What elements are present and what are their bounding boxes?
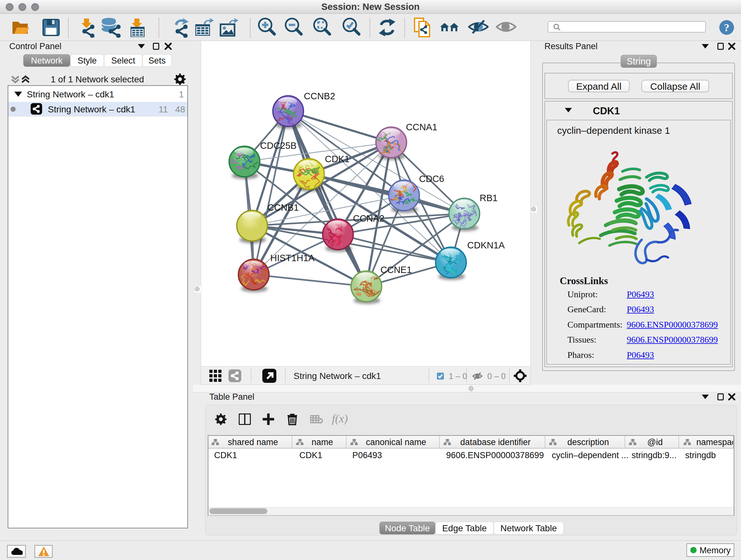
svg-text:CCNB1: CCNB1 bbox=[267, 202, 299, 212]
svg-text:CDC25B: CDC25B bbox=[260, 140, 296, 151]
svg-text:CCNA2: CCNA2 bbox=[353, 213, 384, 224]
svg-text:CDKN1A: CDKN1A bbox=[467, 240, 505, 250]
svg-text:CCNB2: CCNB2 bbox=[304, 91, 335, 101]
svg-text:HIST1H1A: HIST1H1A bbox=[270, 253, 315, 263]
svg-text:CCNE1: CCNE1 bbox=[381, 265, 412, 275]
svg-text:RB1: RB1 bbox=[480, 193, 497, 203]
svg-text:?: ? bbox=[724, 22, 730, 34]
svg-text:CCNA1: CCNA1 bbox=[406, 122, 437, 132]
svg-text:CDK1: CDK1 bbox=[325, 154, 349, 164]
svg-text:CDC6: CDC6 bbox=[419, 174, 444, 184]
